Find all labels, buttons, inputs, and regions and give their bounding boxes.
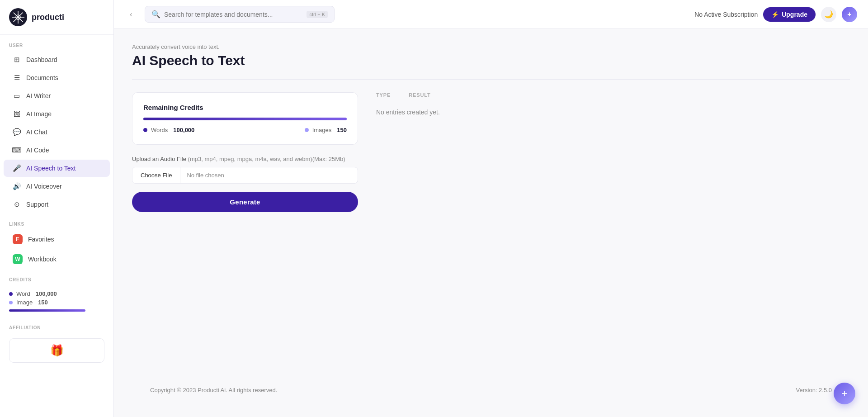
upgrade-label: Upgrade xyxy=(782,11,807,18)
image-dot xyxy=(9,301,13,304)
sidebar-item-workbook[interactable]: W Workbook xyxy=(4,250,110,269)
words-stat-label: Words xyxy=(151,127,168,133)
file-chosen-text: No file chosen xyxy=(180,167,230,183)
ai-voiceover-icon: 🔊 xyxy=(13,182,21,190)
sidebar-item-ai-code-label: AI Code xyxy=(26,147,49,154)
word-value: 100,000 xyxy=(36,290,57,297)
search-input[interactable] xyxy=(164,11,303,18)
footer-copyright: Copyright © 2023 Producti Ai. All rights… xyxy=(150,387,277,393)
sidebar-item-ai-chat-label: AI Chat xyxy=(26,128,47,136)
sidebar-item-ai-writer[interactable]: ▭ AI Writer xyxy=(4,87,110,104)
word-label: Word xyxy=(16,290,30,297)
credits-image-row: Image 150 xyxy=(9,299,104,306)
result-header: RESULT xyxy=(409,92,430,98)
ai-image-icon: 🖼 xyxy=(13,110,21,118)
search-shortcut: ctrl + K xyxy=(307,11,328,18)
favorites-badge: F xyxy=(13,234,23,244)
sidebar-item-ai-writer-label: AI Writer xyxy=(26,92,51,100)
documents-icon: ☰ xyxy=(13,74,21,82)
footer: Copyright © 2023 Producti Ai. All rights… xyxy=(132,378,850,403)
sidebar-logo: producti xyxy=(0,0,113,35)
sidebar-item-ai-chat[interactable]: 💬 AI Chat xyxy=(4,123,110,141)
result-headers: TYPE RESULT xyxy=(376,92,850,98)
credits-card: Remaining Credits Words 100,000 Images 1… xyxy=(132,92,358,145)
logo-icon xyxy=(9,8,27,26)
sidebar-item-workbook-label: Workbook xyxy=(28,256,57,263)
main-area: ‹ 🔍 ctrl + K No Active Subscription ⚡ Up… xyxy=(114,0,868,417)
content-area: Accurately convert voice into text. AI S… xyxy=(114,29,868,417)
sidebar-item-ai-speech-label: AI Speech to Text xyxy=(26,165,75,172)
upload-label-text: Upload an Audio File xyxy=(132,156,186,162)
support-icon: ⊙ xyxy=(13,200,21,208)
page-divider xyxy=(132,79,850,80)
credits-word-row: Word 100,000 xyxy=(9,290,104,297)
sidebar-item-ai-voiceover[interactable]: 🔊 AI Voiceover xyxy=(4,178,110,195)
sidebar-section-user: USER xyxy=(0,35,113,51)
affiliation-icon: 🎁 xyxy=(50,344,64,357)
sidebar-item-support[interactable]: ⊙ Support xyxy=(4,196,110,213)
right-column: TYPE RESULT No entries created yet. xyxy=(376,92,850,378)
ai-code-icon: ⌨ xyxy=(13,146,21,154)
fab-button[interactable]: + xyxy=(834,383,855,404)
sidebar-item-ai-image[interactable]: 🖼 AI Image xyxy=(4,105,110,123)
sidebar-item-favorites[interactable]: F Favorites xyxy=(4,230,110,249)
sidebar-item-documents[interactable]: ☰ Documents xyxy=(4,69,110,86)
sidebar-item-favorites-label: Favorites xyxy=(28,236,54,243)
dashboard-icon: ⊞ xyxy=(13,56,21,64)
image-value: 150 xyxy=(38,299,48,306)
image-label: Image xyxy=(16,299,33,306)
credits-section: Word 100,000 Image 150 xyxy=(0,285,113,317)
topbar-right: No Active Subscription ⚡ Upgrade 🌙 + xyxy=(694,7,857,22)
file-input-wrapper: Choose File No file chosen xyxy=(132,167,358,184)
content-columns: Remaining Credits Words 100,000 Images 1… xyxy=(132,92,850,378)
ai-writer-icon: ▭ xyxy=(13,92,21,100)
upgrade-button[interactable]: ⚡ Upgrade xyxy=(763,7,816,22)
generate-button[interactable]: Generate xyxy=(132,192,358,212)
fab-icon: + xyxy=(841,387,848,400)
upload-label: Upload an Audio File (mp3, mp4, mpeg, mp… xyxy=(132,156,358,162)
ai-speech-icon: 🎤 xyxy=(13,164,21,172)
topbar: ‹ 🔍 ctrl + K No Active Subscription ⚡ Up… xyxy=(114,0,868,29)
no-entries-text: No entries created yet. xyxy=(376,105,850,119)
credits-progress-bar xyxy=(9,309,85,312)
credits-card-progress xyxy=(143,118,347,120)
page-subtitle: Accurately convert voice into text. xyxy=(132,43,850,50)
word-dot xyxy=(9,292,13,296)
words-stat-dot xyxy=(143,128,147,132)
ai-chat-icon: 💬 xyxy=(13,128,21,136)
upload-formats: (mp3, mp4, mpeg, mpga, m4a, wav, and web… xyxy=(188,156,345,162)
affiliation-section: 🎁 xyxy=(0,333,113,368)
search-icon: 🔍 xyxy=(151,10,160,19)
upgrade-icon: ⚡ xyxy=(771,11,779,18)
subscription-text: No Active Subscription xyxy=(694,11,758,18)
sidebar-item-documents-label: Documents xyxy=(26,74,58,81)
words-stat: Words 100,000 xyxy=(143,127,194,133)
sidebar-item-ai-code[interactable]: ⌨ AI Code xyxy=(4,142,110,159)
choose-file-button[interactable]: Choose File xyxy=(132,167,180,183)
affiliation-card: 🎁 xyxy=(9,338,104,363)
sidebar: producti USER ⊞ Dashboard ☰ Documents ▭ … xyxy=(0,0,114,417)
sidebar-item-ai-voiceover-label: AI Voiceover xyxy=(26,183,62,190)
images-stat: Images 150 xyxy=(305,127,347,133)
page-title: AI Speech to Text xyxy=(132,53,850,68)
sidebar-section-links: LINKS xyxy=(0,213,113,229)
user-avatar-button[interactable]: + xyxy=(842,7,857,22)
words-stat-value: 100,000 xyxy=(173,127,194,133)
images-stat-label: Images xyxy=(312,127,332,133)
sidebar-item-dashboard[interactable]: ⊞ Dashboard xyxy=(4,51,110,68)
credits-card-title: Remaining Credits xyxy=(143,104,347,111)
search-box[interactable]: 🔍 ctrl + K xyxy=(145,6,335,23)
images-stat-value: 150 xyxy=(337,127,347,133)
images-stat-dot xyxy=(305,128,309,132)
left-column: Remaining Credits Words 100,000 Images 1… xyxy=(132,92,358,378)
theme-toggle-button[interactable]: 🌙 xyxy=(821,7,836,22)
sidebar-item-ai-speech[interactable]: 🎤 AI Speech to Text xyxy=(4,160,110,177)
workbook-badge: W xyxy=(13,254,23,264)
footer-version: Version: 2.5.0 xyxy=(796,387,832,393)
credits-stats: Words 100,000 Images 150 xyxy=(143,127,347,133)
sidebar-item-support-label: Support xyxy=(26,201,48,208)
sidebar-section-credits: CREDITS xyxy=(0,269,113,285)
logo-text: producti xyxy=(32,13,64,22)
type-header: TYPE xyxy=(376,92,391,98)
collapse-button[interactable]: ‹ xyxy=(125,8,137,21)
